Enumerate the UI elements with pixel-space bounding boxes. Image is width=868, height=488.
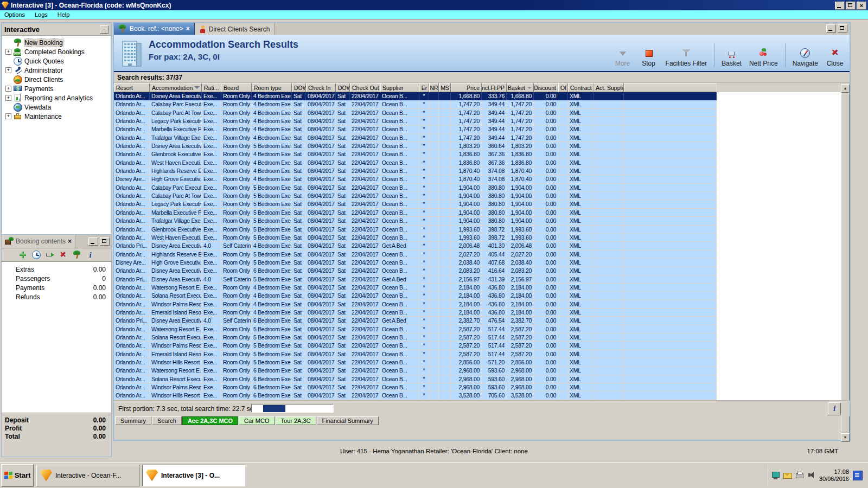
column-header-supplier[interactable]: Supplier <box>380 83 419 92</box>
table-row[interactable]: Orlando Pri...Disney Area Executiv...4.0… <box>114 242 717 250</box>
list-item[interactable]: Refunds0.00 <box>2 293 111 302</box>
table-row[interactable]: Orlando Ar...Solana Resort Execu...Exe..… <box>114 292 717 300</box>
sidebar-item-payments[interactable]: +Payments <box>2 84 111 93</box>
stop-button[interactable]: Stop <box>637 48 660 67</box>
sidebar-item-new-booking[interactable]: +New Booking <box>2 38 111 47</box>
delete-icon[interactable] <box>59 251 68 259</box>
sidebar-item-reporting-and-analytics[interactable]: +Reporting and Analytics <box>2 93 111 102</box>
info-button[interactable]: i <box>828 402 841 415</box>
sidebar-item-completed-bookings[interactable]: +Completed Bookings <box>2 47 111 56</box>
close-button[interactable]: × <box>857 2 866 10</box>
list-item[interactable]: Passengers0 <box>2 274 111 284</box>
tab-book-ref[interactable]: Book. ref.: <none> × <box>114 23 195 35</box>
table-row[interactable]: Orlando Ar...Watersong Resort E...Exe...… <box>114 325 717 333</box>
sidebar-item-viewdata[interactable]: +Viewdata <box>2 102 111 112</box>
table-row[interactable]: Orlando Pri...Disney Area Executiv...4.0… <box>114 317 717 325</box>
sidebar-item-maintenance[interactable]: +Maintenance <box>2 112 111 121</box>
bottom-tab-tour-2a-3c[interactable]: Tour 2A,3C <box>276 416 316 425</box>
palm-icon[interactable] <box>73 251 81 259</box>
table-row[interactable]: Orlando Ar...Windsor Palms Resor...Exe..… <box>114 342 717 350</box>
expand-toggle-icon[interactable]: + <box>5 49 11 55</box>
sidebar-item-quick-quotes[interactable]: +Quick Quotes <box>2 56 111 66</box>
table-row[interactable]: Orlando Ar...Trafalgar Village Exe...Exe… <box>114 217 717 225</box>
table-row[interactable]: Disney Are...High Grove Executiv...Exe..… <box>114 175 717 183</box>
start-button[interactable]: Start <box>1 464 34 487</box>
filter-funnel-icon[interactable] <box>194 86 200 89</box>
table-row[interactable]: Orlando Ar...Emerald Island Resor...Exe.… <box>114 309 717 317</box>
expand-toggle-icon[interactable]: + <box>5 113 11 119</box>
bottom-tab-financial-summary[interactable]: Financial Summary <box>317 416 379 425</box>
column-header-rati-[interactable]: Rati... <box>202 83 221 92</box>
column-header-check-out[interactable]: Check Out <box>350 83 380 92</box>
bottom-tab-car-mco[interactable]: Car MCO <box>239 416 275 425</box>
menu-options[interactable]: Options <box>4 11 25 18</box>
table-row[interactable]: Orlando Ar...Calabay Parc At Tow...Exe..… <box>114 192 717 200</box>
table-row[interactable]: Orlando Ar...Marbella Executive Pl...Exe… <box>114 125 717 133</box>
table-row[interactable]: Orlando Ar...Calabay Parc Executi...Exe.… <box>114 100 717 108</box>
table-row[interactable]: Orlando Ar...Calabay Parc At Tow...Exe..… <box>114 109 717 117</box>
close-button[interactable]: Close <box>824 48 846 67</box>
column-header-price[interactable]: Price <box>451 83 482 92</box>
table-row[interactable]: Orlando Ar...West Haven Executi...Exe...… <box>114 159 717 167</box>
column-header-er[interactable]: Er <box>419 83 429 92</box>
column-header-check-in[interactable]: Check In <box>306 83 336 92</box>
table-row[interactable]: Orlando Ar...Marbella Executive Pl...Exe… <box>114 209 717 217</box>
cart-transfer-icon[interactable] <box>46 251 54 259</box>
table-row[interactable]: Orlando Ar...Solana Resort Execu...Exe..… <box>114 375 717 383</box>
bottom-tab-search[interactable]: Search <box>152 416 182 425</box>
taskbar-button-interactive-1[interactable]: Interactive - Ocean-F... <box>36 465 139 486</box>
scroll-up-icon[interactable]: ▲ <box>841 84 850 93</box>
column-header-ms[interactable]: MS <box>439 83 451 92</box>
speaker-icon[interactable] <box>807 471 815 479</box>
language-indicator-icon[interactable] <box>853 471 863 480</box>
column-header-board[interactable]: Board <box>221 83 252 92</box>
view-minimize-button[interactable] <box>826 24 836 33</box>
column-header-contract[interactable]: Contract <box>568 83 593 92</box>
bc-minimize-button[interactable] <box>88 237 98 246</box>
table-row[interactable]: Orlando Ar...Legacy Park Executiv...Exe.… <box>114 200 717 208</box>
bottom-tab-acc-2a-3c-mco[interactable]: Acc 2A,3C MCO <box>182 416 238 425</box>
table-row[interactable]: Orlando Pri...Disney Area Executiv...4.0… <box>114 275 717 284</box>
minimize-button[interactable] <box>835 2 845 10</box>
column-header-room-type[interactable]: Room type <box>252 83 292 92</box>
sidebar-item-administrator[interactable]: +Administrator <box>2 66 111 75</box>
table-row[interactable]: Orlando Ar...Glenbrook Executive ...Exe.… <box>114 226 717 234</box>
more-button[interactable]: More <box>611 48 634 67</box>
mail-icon[interactable] <box>783 471 792 479</box>
maximize-button[interactable] <box>846 2 856 10</box>
table-row[interactable]: Orlando Ar...Windsor Hills Resort ...Exe… <box>114 358 717 367</box>
column-header-basket[interactable]: Basket <box>507 83 534 92</box>
scrollbar-thumb[interactable] <box>841 93 850 433</box>
table-row[interactable]: Orlando Ar...Watersong Resort E...Exe...… <box>114 367 717 375</box>
table-row[interactable]: Orlando Ar...Windsor Palms Resor...Exe..… <box>114 300 717 309</box>
menu-help[interactable]: Help <box>58 11 70 18</box>
expand-toggle-icon[interactable]: + <box>5 95 11 101</box>
table-row[interactable]: Orlando Ar...Disney Area Executiv...Exe.… <box>114 92 717 100</box>
list-item[interactable]: Payments0.00 <box>2 284 111 293</box>
bottom-tab-summary[interactable]: Summary <box>115 416 151 425</box>
facilities-filter-button[interactable]: Facilities Filter <box>663 48 710 67</box>
table-row[interactable]: Orlando Ar...Watersong Resort E...Exe...… <box>114 284 717 292</box>
table-row[interactable]: Orlando Ar...Emerald Island Resor...Exe.… <box>114 350 717 358</box>
refresh-clock-icon[interactable] <box>32 251 41 259</box>
column-header-dow[interactable]: DOW <box>336 83 350 92</box>
column-header-accommodation[interactable]: Accommodation <box>150 83 202 92</box>
table-row[interactable]: Orlando Ar...Disney Area Executiv...Exe.… <box>114 267 717 275</box>
table-row[interactable]: Orlando Ar...Disney Area Executiv...Exe.… <box>114 142 717 150</box>
table-row[interactable]: Orlando Ar...West Haven Executi...Exe...… <box>114 234 717 242</box>
list-item[interactable]: Extras0.00 <box>2 265 111 274</box>
nett-price-button[interactable]: Nett Price <box>747 48 780 67</box>
table-row[interactable]: Orlando Ar...Windsor Palms Resor...Exe..… <box>114 383 717 391</box>
booking-contents-close-icon[interactable]: × <box>68 237 72 245</box>
booking-contents-tab[interactable]: Booking contents × <box>2 235 75 248</box>
column-header-resort[interactable]: Resort <box>114 83 150 92</box>
network-monitor-icon[interactable] <box>771 471 780 479</box>
table-row[interactable]: Orlando Ar...Windsor Hills Resort ...Exe… <box>114 391 717 400</box>
table-row[interactable]: Orlando Ar...Highlands Reserve E...Exe..… <box>114 251 717 259</box>
scroll-down-icon[interactable]: ▼ <box>841 433 850 442</box>
column-header-incl-fl-pp[interactable]: Incl.Fl.PP <box>482 83 507 92</box>
menu-logs[interactable]: Logs <box>35 11 48 18</box>
add-icon[interactable] <box>18 251 27 259</box>
basket-button[interactable]: Basket <box>719 49 744 67</box>
collapse-panel-button[interactable]: − <box>100 25 108 34</box>
